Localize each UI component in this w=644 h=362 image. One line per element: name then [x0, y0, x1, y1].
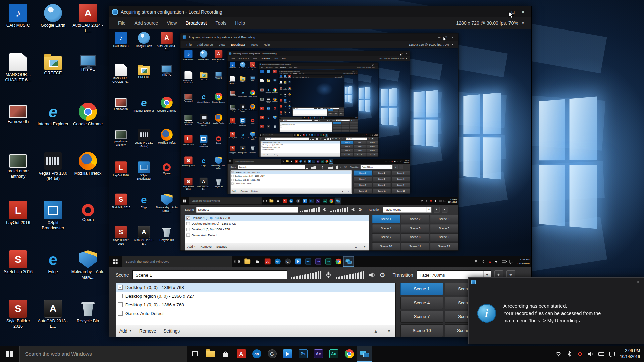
- remove-source-button[interactable]: Remove: [139, 328, 156, 334]
- desktop-icon-google-earth[interactable]: Google Earth: [196, 49, 211, 70]
- source-checkbox[interactable]: [186, 222, 190, 225]
- scene-button-10[interactable]: Scene 10: [354, 188, 372, 194]
- xsplit-titlebar[interactable]: Acquiring stream configuration - Local R…: [109, 6, 531, 17]
- action-center-icon[interactable]: [609, 351, 615, 357]
- desktop-icon-edge[interactable]: e Edge: [132, 192, 155, 225]
- scene-button-7[interactable]: Scene 7: [341, 149, 353, 152]
- media-app-icon[interactable]: [302, 197, 308, 204]
- scene-button-1[interactable]: Scene 1: [328, 109, 333, 111]
- task-view-button[interactable]: [281, 159, 285, 164]
- menu-view[interactable]: View: [274, 67, 279, 68]
- output-resolution[interactable]: 1280 x 720 @ 30.00 fps, 70%: [456, 20, 518, 26]
- chrome-taskbar-icon[interactable]: [333, 256, 343, 267]
- file-explorer-icon[interactable]: [203, 346, 218, 362]
- taskbar-search[interactable]: Search the web and Windows: [281, 117, 302, 119]
- scene-button-9[interactable]: Scene 9: [366, 149, 378, 152]
- bluetooth-icon[interactable]: [388, 160, 390, 162]
- scene-button-9[interactable]: Scene 9: [392, 182, 410, 188]
- hp-icon[interactable]: hp: [288, 197, 295, 204]
- action-center-icon[interactable]: [509, 260, 513, 264]
- store-icon[interactable]: [299, 134, 302, 137]
- media-app-icon[interactable]: [280, 346, 295, 362]
- scene-button-4[interactable]: Scene 4: [400, 297, 443, 309]
- desktop-icon-recycle-bin[interactable]: Recycle Bin: [70, 298, 105, 347]
- g-app-icon[interactable]: G: [264, 346, 280, 362]
- xsplit-titlebar[interactable]: Acquiring stream configuration - Local R…: [181, 33, 458, 41]
- source-checkbox[interactable]: [118, 302, 123, 307]
- desktop-icon-style-builder[interactable]: S Style Builder 2016: [1, 298, 36, 347]
- desktop-icon-layout-2016[interactable]: L LayOut 2016: [259, 106, 265, 115]
- desktop-icon-google-earth[interactable]: Google Earth: [132, 31, 155, 63]
- desktop-icon-vegas-pro[interactable]: Vegas Pro 13.0 (64-bit): [283, 93, 288, 99]
- notification-close-icon[interactable]: ×: [636, 279, 641, 285]
- desktop-icon-firefox[interactable]: Mozilla Firefox: [248, 103, 257, 117]
- menu-add-source[interactable]: Add source: [130, 20, 163, 26]
- source-checkbox[interactable]: [231, 179, 233, 181]
- chrome-taskbar-icon[interactable]: [325, 159, 329, 164]
- remove-source-button[interactable]: Remove: [201, 245, 212, 248]
- source-checkbox[interactable]: [186, 234, 190, 237]
- action-center-icon[interactable]: [443, 200, 446, 202]
- move-down-button[interactable]: ▼: [326, 115, 327, 116]
- after-effects-icon[interactable]: Ae: [317, 134, 320, 137]
- gear-icon[interactable]: ⚙: [379, 272, 385, 278]
- desktop-icon-google-earth[interactable]: Google Earth: [238, 61, 248, 75]
- after-effects-icon[interactable]: Ae: [316, 159, 320, 164]
- transition-options-button[interactable]: ▼: [399, 165, 403, 169]
- desktop-icon-vegas-pro[interactable]: Vegas Pro 13.0 (64-bit): [265, 97, 272, 106]
- desktop-icon-recycle-bin[interactable]: Recycle Bin: [248, 145, 257, 160]
- transition-options-button[interactable]: ▼: [442, 207, 447, 213]
- minimize-button[interactable]: ─: [369, 64, 372, 65]
- microphone-icon[interactable]: [319, 108, 320, 109]
- close-button[interactable]: ×: [449, 35, 456, 39]
- volume-icon[interactable]: [434, 200, 437, 202]
- source-checkbox[interactable]: [118, 294, 123, 298]
- menu-tools[interactable]: Tools: [287, 67, 293, 68]
- scene-button-12[interactable]: Scene 12: [366, 153, 378, 156]
- menu-view[interactable]: View: [251, 57, 259, 59]
- desktop-icon-mansour-doc[interactable]: MANSOUR... CHA2LET 6...: [279, 81, 283, 87]
- desktop-icon-firefox[interactable]: Mozilla Firefox: [272, 97, 278, 106]
- chevron-down-icon[interactable]: ▼: [376, 67, 377, 68]
- close-button[interactable]: ×: [342, 76, 344, 76]
- audition-icon[interactable]: Au: [321, 197, 328, 204]
- output-resolution[interactable]: 1280 x 720 @ 30.00 fps, 70%: [377, 57, 404, 59]
- source-checkbox[interactable]: [261, 149, 263, 150]
- speaker-icon[interactable]: [327, 120, 328, 121]
- favorite-transition-button[interactable]: ★: [434, 207, 439, 213]
- source-checkbox-checked[interactable]: ✓: [261, 142, 263, 143]
- start-button[interactable]: [181, 197, 189, 204]
- desktop-icon-autocad-2014[interactable]: A AutoCAD 2014 - E...: [70, 2, 105, 51]
- xsplit-taskbar-icon[interactable]: [335, 197, 341, 204]
- scene-button-5[interactable]: Scene 5: [401, 224, 429, 232]
- source-row[interactable]: ✓ Desktop 1 (0, 0) - 1366 x 768: [185, 215, 369, 221]
- scene-button-6[interactable]: Scene 6: [430, 224, 458, 232]
- stream-preview[interactable]: ♪ CAR MUSIC Google Earth A AutoCAD 2014 …: [181, 48, 458, 204]
- taskbar-search[interactable]: Search the web and Windows: [262, 133, 293, 136]
- source-row[interactable]: Desktop 1 (0, 0) - 1366 x 768: [231, 178, 352, 182]
- source-checkbox[interactable]: [281, 125, 282, 126]
- scene-button-10[interactable]: Scene 10: [400, 324, 443, 337]
- move-up-button[interactable]: ▲: [333, 154, 335, 156]
- scene-button-12[interactable]: Scene 12: [350, 130, 358, 132]
- favorite-transition-button[interactable]: ★: [368, 138, 370, 140]
- source-row[interactable]: Game: Auto Detect: [293, 112, 327, 113]
- scene-button-4[interactable]: Scene 4: [328, 111, 333, 112]
- scene-button-9[interactable]: Scene 9: [430, 233, 458, 241]
- menu-view[interactable]: View: [299, 77, 301, 78]
- taskbar-search[interactable]: Search the web and Windows: [122, 256, 232, 267]
- stream-preview[interactable]: ♪ CAR MUSIC Google Earth A AutoCAD 2014 …: [279, 75, 358, 119]
- action-center-icon[interactable]: [400, 160, 402, 162]
- desktop-icon-style-builder[interactable]: S Style Builder 2016: [259, 125, 265, 134]
- network-icon[interactable]: [385, 160, 387, 162]
- xsplit-titlebar[interactable]: Acquiring stream configuration - Local R…: [259, 63, 378, 66]
- move-down-button[interactable]: ▼: [386, 329, 392, 334]
- close-button[interactable]: ×: [375, 64, 378, 65]
- source-settings-button[interactable]: Settings: [274, 154, 279, 156]
- menu-add-source[interactable]: Add source: [265, 67, 274, 68]
- stream-preview[interactable]: [292, 78, 344, 107]
- file-explorer-icon[interactable]: [268, 197, 275, 204]
- scene-button-8[interactable]: Scene 8: [354, 149, 366, 152]
- desktop-icon-style-builder[interactable]: S Style Builder 2016: [109, 225, 132, 257]
- menu-file[interactable]: File: [280, 73, 283, 74]
